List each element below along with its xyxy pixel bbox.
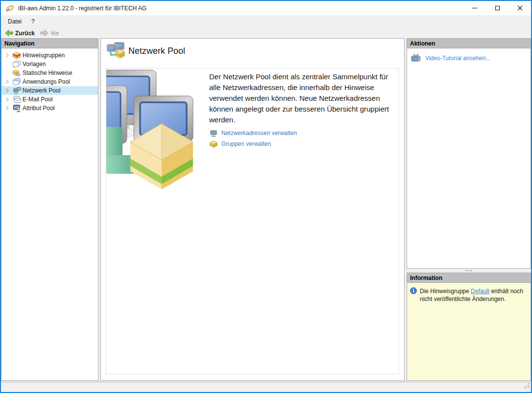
sidebar-item-label: Vorlagen: [23, 61, 46, 68]
information-panel: Information Die Hinweisgruppe Default en…: [407, 273, 531, 381]
tv-icon: [411, 53, 421, 63]
chevron-right-icon[interactable]: [5, 97, 13, 102]
actions-panel: Aktionen Video-Tutorial ansehen...: [407, 38, 531, 269]
content-box: Der Netzwerk Pool dient als zentraler Sa…: [106, 68, 399, 374]
sidebar-item-hinweisgruppen[interactable]: Hinweisgruppen: [1, 51, 98, 60]
navigation-tree: Hinweisgruppen Vorlagen: [1, 48, 98, 113]
manage-groups-link[interactable]: Gruppen verwalten: [221, 140, 271, 147]
description: Der Netzwerk Pool dient als zentraler Sa…: [209, 71, 398, 125]
network-monitor-icon: [13, 87, 23, 94]
video-tutorial-link[interactable]: Video-Tutorial ansehen...: [425, 55, 490, 62]
sidebar-item-statische-hinweise[interactable]: Statische Hinweise: [1, 69, 98, 77]
main-panel: Netzwerk Pool: [100, 38, 405, 381]
back-label: Zurück: [15, 30, 35, 37]
chevron-right-icon[interactable]: [5, 53, 13, 58]
toolbar: Zurück Vor: [1, 27, 531, 39]
page-title: Netzwerk Pool: [128, 46, 185, 56]
chevron-right-icon[interactable]: [5, 88, 13, 93]
manage-groups-row: Gruppen verwalten: [209, 139, 297, 149]
menu-bar: Datei ?: [1, 15, 531, 27]
back-arrow-icon: [5, 29, 13, 37]
sidebar-item-attribut-pool[interactable]: Attribut Pool: [1, 104, 98, 113]
static-notes-icon: [13, 69, 23, 77]
group-box-icon: [209, 140, 218, 148]
information-message: Die Hinweisgruppe Default enthält noch n…: [420, 287, 527, 303]
video-tutorial-row: Video-Tutorial ansehen...: [407, 48, 531, 63]
minimize-icon: [472, 8, 477, 8]
window-title: IBI-aws Admin 1.22.0 - registriert für I…: [18, 5, 146, 12]
menu-datei[interactable]: Datei: [3, 15, 26, 27]
netzwerk-pool-icon: [107, 42, 125, 61]
manage-network-addresses-link[interactable]: Netzwerkadressen verwalten: [221, 130, 297, 137]
info-icon: [410, 287, 417, 296]
back-button[interactable]: Zurück: [3, 29, 36, 37]
monitor-icon: [209, 130, 218, 137]
sidebar-item-label: Netzwerk Pool: [23, 87, 60, 94]
sidebar-item-email-pool[interactable]: E-Mail Pool: [1, 95, 98, 104]
maximize-icon: [495, 6, 500, 10]
close-button[interactable]: [508, 1, 531, 15]
forward-arrow-icon: [40, 29, 48, 37]
info-text-before: Die Hinweisgruppe: [420, 288, 471, 295]
navigation-header: Navigation: [1, 39, 98, 48]
close-icon: [517, 5, 523, 11]
templates-icon: [13, 61, 23, 68]
forward-button[interactable]: Vor: [39, 29, 61, 37]
sidebar-item-label: Attribut Pool: [23, 105, 54, 112]
status-bar: [1, 382, 531, 392]
maximize-button[interactable]: [486, 1, 508, 15]
default-group-link[interactable]: Default: [471, 288, 489, 295]
sidebar-item-anwendungs-pool[interactable]: Anwendungs Pool: [1, 77, 98, 86]
title-bar: IBI-aws Admin 1.22.0 - registriert für I…: [1, 1, 531, 15]
information-header: Information: [407, 273, 531, 283]
menu-help[interactable]: ?: [26, 15, 40, 27]
information-body: Die Hinweisgruppe Default enthält noch n…: [407, 283, 531, 380]
navigation-panel: Navigation Hinweisgruppen: [1, 38, 98, 381]
email-icon: [13, 96, 23, 103]
attribute-person-icon: [13, 105, 23, 112]
app-icon: [5, 4, 14, 12]
app-window: IBI-aws Admin 1.22.0 - registriert für I…: [0, 0, 532, 393]
sidebar-item-label: E-Mail Pool: [23, 96, 52, 103]
network-pool-illustration: [106, 69, 207, 191]
main-links: Netzwerkadressen verwalten Gruppen verwa…: [209, 128, 297, 149]
sidebar-item-label: Anwendungs Pool: [23, 78, 70, 85]
sidebar-item-label: Statische Hinweise: [23, 69, 72, 76]
sidebar-item-label: Hinweisgruppen: [23, 52, 65, 59]
layered-box-icon: [13, 52, 23, 59]
manage-network-addresses-row: Netzwerkadressen verwalten: [209, 128, 297, 139]
forward-label: Vor: [50, 30, 59, 37]
minimize-button[interactable]: [463, 1, 486, 15]
sidebar-item-vorlagen[interactable]: Vorlagen: [1, 60, 98, 69]
application-windows-icon: [13, 78, 23, 85]
chevron-right-icon[interactable]: [5, 106, 13, 111]
sidebar-item-netzwerk-pool[interactable]: Netzwerk Pool: [1, 86, 98, 95]
resize-grip-icon[interactable]: [524, 382, 530, 391]
panel-splitter-handle[interactable]: [407, 269, 531, 273]
chevron-right-icon[interactable]: [5, 79, 13, 84]
actions-header: Aktionen: [407, 39, 531, 48]
